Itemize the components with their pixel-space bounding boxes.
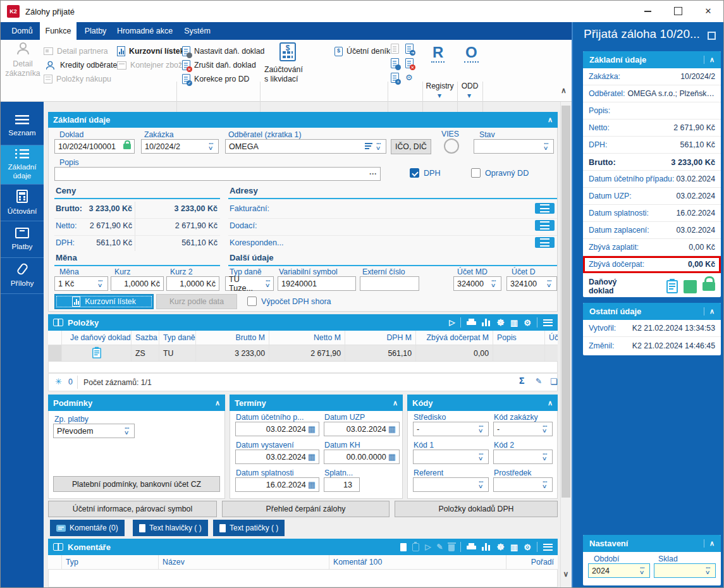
scroll-down-button[interactable] — [560, 567, 572, 581]
typ-dane-field[interactable]: TU Tuze... — [225, 276, 274, 291]
kurz2-field[interactable]: 1,0000 Kč — [166, 276, 219, 291]
collapse-section-icon[interactable] — [704, 56, 715, 64]
partner-stack-icon[interactable] — [365, 143, 372, 150]
dropdown-icon[interactable] — [545, 279, 553, 288]
kredity-odberatele-button[interactable]: Kredity odběratele — [44, 59, 123, 71]
referent-field[interactable] — [413, 477, 489, 492]
col-sazba[interactable]: Sazba D — [132, 331, 159, 345]
opravny-dd-checkbox[interactable] — [471, 168, 481, 178]
tab-funkce[interactable]: Funkce — [40, 22, 77, 40]
sidebar-item-platby[interactable]: Platby — [1, 221, 44, 257]
dropdown-icon[interactable] — [477, 481, 485, 489]
ucetni-informace-button[interactable]: Účetní informace, párovací symbol — [48, 501, 217, 517]
zauctovani-s-likvidaci-button[interactable]: Zaúčtování s likvidací — [262, 42, 330, 85]
dropdown-icon[interactable] — [542, 142, 550, 150]
dropdown-icon[interactable] — [123, 427, 131, 435]
datum-splatnosti-field[interactable]: 16.02.2024 — [235, 477, 319, 492]
dropdown-icon[interactable] — [541, 425, 549, 433]
doc-add-icon[interactable]: + — [391, 73, 399, 83]
dropdown-icon[interactable] — [207, 142, 215, 150]
col-typ[interactable]: Typ — [62, 555, 159, 569]
fakturacni-address-menu-button[interactable] — [535, 203, 555, 214]
dropdown-icon[interactable] — [374, 142, 383, 150]
columns-icon[interactable] — [510, 543, 518, 551]
alarm-icon[interactable] — [405, 73, 413, 82]
calendar-icon[interactable] — [308, 453, 316, 461]
tab-platby[interactable]: Platby — [79, 22, 112, 40]
process-wheel-icon[interactable] — [496, 542, 505, 551]
sidebar-item-seznam[interactable]: Seznam — [1, 108, 44, 145]
print-icon[interactable] — [467, 543, 476, 551]
tab-text-hlavicky[interactable]: Text hlavičky ( ) — [133, 520, 208, 536]
collapse-section-icon[interactable] — [704, 539, 715, 548]
doc-search-icon[interactable] — [391, 58, 399, 68]
dropdown-icon[interactable] — [264, 279, 272, 288]
collapse-section-icon[interactable] — [704, 307, 715, 315]
tab-system[interactable]: Systém — [179, 22, 216, 40]
kod-zakazky-field[interactable]: - — [493, 422, 553, 436]
collapse-ribbon-icon[interactable] — [561, 87, 567, 94]
dropdown-icon[interactable] — [704, 567, 712, 575]
close-button[interactable] — [694, 1, 723, 21]
collapse-section-icon[interactable] — [548, 116, 553, 124]
col-netto-m[interactable]: Netto M — [269, 331, 345, 345]
chart-icon[interactable] — [482, 543, 491, 551]
datum-vystaveni-field[interactable]: 03.02.2024 — [235, 450, 319, 464]
col-dph-m[interactable]: DPH M — [345, 331, 416, 345]
minimize-button[interactable] — [633, 1, 662, 21]
sidebar-item-zakladni-udaje[interactable]: Základní údaje — [1, 145, 44, 184]
zp-platby-field[interactable]: Převodem — [53, 424, 135, 438]
gear-icon[interactable] — [524, 319, 531, 327]
maximize-button[interactable] — [663, 1, 692, 21]
dropdown-icon[interactable] — [477, 425, 485, 433]
zakazka-field[interactable]: 10/2024/2 — [141, 139, 219, 154]
tab-komentare[interactable]: Komentáře (0) — [50, 520, 125, 536]
prehled-cerpani-button[interactable]: Přehled čerpání zálohy — [222, 501, 390, 517]
col-popis[interactable]: Popis — [493, 331, 545, 345]
run-icon[interactable] — [449, 319, 455, 326]
sidebar-item-uctovani[interactable]: Účtování — [1, 184, 44, 221]
datum-ucetniho-field[interactable]: 03.02.2024 — [235, 422, 319, 436]
ucet-d-field[interactable]: 324100 — [506, 276, 557, 291]
kurz-field[interactable]: 1,0000 Kč — [111, 276, 164, 291]
gear-icon[interactable] — [524, 543, 531, 551]
kurzovni-listek-ribbon-button[interactable]: Kurzovní lístek — [117, 46, 184, 57]
polozky-dokladu-dph-button[interactable]: Položky dokladů DPH — [395, 501, 558, 517]
mena-field[interactable]: 1 Kč — [54, 276, 108, 291]
calendar-icon[interactable] — [308, 481, 316, 489]
odberatel-field[interactable]: OMEGA — [225, 139, 386, 154]
doc-forward-icon[interactable]: ➔ — [405, 44, 414, 54]
obdobi-field[interactable]: 2024 — [588, 563, 650, 578]
kod2-field[interactable] — [493, 450, 553, 464]
platebni-podminky-button[interactable]: Platební podmínky, bankovní účet CZ — [53, 476, 220, 492]
nastavit-dan-doklad-button[interactable]: Nastavit daň. doklad — [182, 46, 264, 57]
col-typ-dane[interactable]: Typ daně — [159, 331, 196, 345]
edit-icon[interactable] — [536, 377, 542, 385]
prostredek-field[interactable] — [493, 477, 553, 492]
sum-icon[interactable] — [519, 376, 524, 385]
dropdown-icon[interactable] — [541, 453, 549, 461]
print-icon[interactable] — [467, 319, 476, 326]
dropdown-icon[interactable] — [638, 567, 646, 575]
datum-kh-field[interactable]: 00.00.0000 — [324, 450, 400, 464]
col-poradi[interactable]: Pořadí — [506, 555, 558, 569]
scrollbar-thumb[interactable] — [561, 106, 570, 498]
col-zbyva-docerpat-m[interactable]: Zbývá dočerpat M — [416, 331, 493, 345]
more-icon[interactable] — [369, 170, 377, 178]
korekce-pro-dd-button[interactable]: ✓Korekce pro DD — [182, 73, 249, 85]
collapse-section-icon[interactable] — [548, 399, 553, 407]
ico-dic-button[interactable]: IČO, DIČ — [391, 139, 431, 154]
col-je-danovy-doklad[interactable]: Je daňový doklad — [62, 331, 132, 345]
stav-field[interactable] — [474, 139, 554, 154]
columns-icon[interactable] — [510, 319, 518, 327]
calendar-icon[interactable] — [388, 425, 396, 433]
dph-checkbox[interactable] — [410, 168, 419, 178]
dropdown-icon[interactable] — [489, 279, 498, 288]
col-komentar[interactable]: Komentář 100 — [329, 555, 506, 569]
open-external-icon[interactable] — [708, 32, 716, 40]
tab-domu[interactable]: Domů — [6, 22, 39, 40]
ucetni-denik-button[interactable]: Účetní deník — [334, 46, 390, 57]
vypocet-dph-shora-checkbox[interactable] — [247, 297, 257, 306]
datum-uzp-field[interactable]: 03.02.2024 — [324, 422, 400, 436]
col-ucet[interactable]: Účet — [545, 331, 558, 345]
